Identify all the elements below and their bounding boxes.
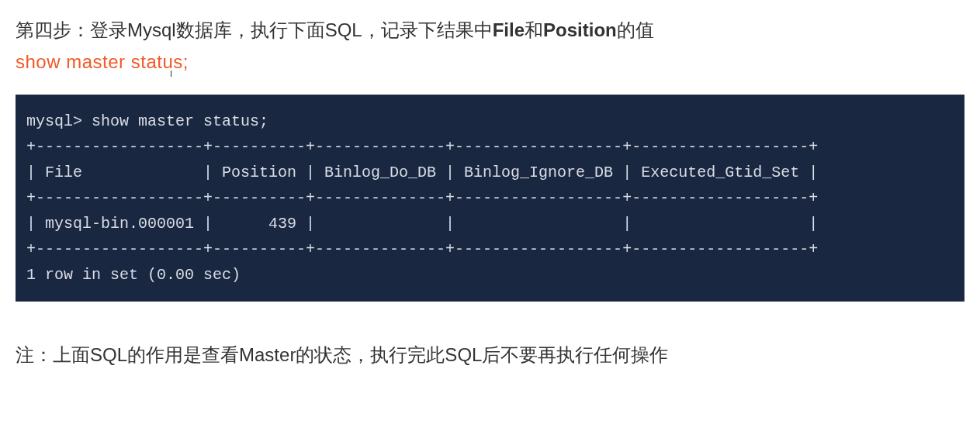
heading-bold-position: Position — [543, 19, 617, 40]
heading-bold-file: File — [493, 19, 525, 40]
sql-command: show master status; I — [16, 51, 964, 73]
heading-mid: 和 — [525, 19, 543, 40]
terminal-data-row: | mysql-bin.000001 | 439 | | | | — [26, 215, 818, 233]
terminal-output: mysql> show master status; +------------… — [16, 95, 964, 302]
terminal-sep-mid: +------------------+----------+---------… — [26, 189, 818, 207]
text-cursor-icon: I — [170, 70, 173, 78]
heading-prefix: 第四步：登录Mysql数据库，执行下面SQL，记录下结果中 — [16, 19, 493, 40]
sql-command-text: show master status; — [16, 51, 189, 72]
terminal-prompt-line: mysql> show master status; — [26, 112, 268, 130]
heading-suffix: 的值 — [617, 19, 654, 40]
terminal-sep-bot: +------------------+----------+---------… — [26, 240, 818, 258]
note-text: 注：上面SQL的作用是查看Master的状态，执行完此SQL后不要再执行任何操作 — [16, 340, 964, 370]
terminal-footer: 1 row in set (0.00 sec) — [26, 266, 241, 284]
terminal-sep-top: +------------------+----------+---------… — [26, 138, 818, 156]
step-heading: 第四步：登录Mysql数据库，执行下面SQL，记录下结果中File和Positi… — [16, 16, 964, 45]
terminal-header-row: | File | Position | Binlog_Do_DB | Binlo… — [26, 164, 818, 181]
